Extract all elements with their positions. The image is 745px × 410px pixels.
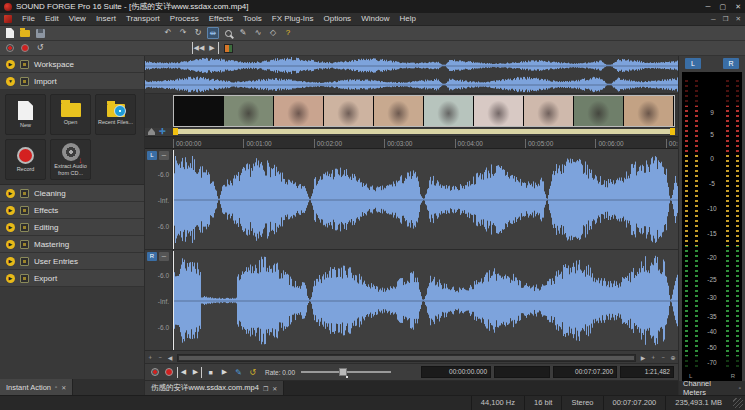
- overview-waveform-canvas[interactable]: [145, 56, 678, 94]
- minimize-channel-icon[interactable]: ─: [159, 252, 169, 261]
- sidebar-section-editing[interactable]: ▶ Editing: [0, 219, 144, 236]
- menu-item-view[interactable]: View: [64, 13, 91, 25]
- rate-slider[interactable]: [301, 367, 391, 377]
- close-icon[interactable]: ✕: [272, 385, 277, 392]
- loop-icon[interactable]: ↺: [247, 367, 258, 378]
- stop-button[interactable]: ■: [205, 367, 216, 378]
- video-frame[interactable]: [424, 96, 474, 126]
- zoom-time-out-icon[interactable]: －: [658, 353, 668, 363]
- maximize-icon[interactable]: ▢: [720, 3, 727, 11]
- selection-time-field[interactable]: [494, 366, 550, 378]
- menu-item-process[interactable]: Process: [165, 13, 204, 25]
- channel-meters-tab[interactable]: Channel Meters ▫: [679, 381, 745, 395]
- meter-l-button[interactable]: L: [685, 58, 701, 69]
- video-frame[interactable]: [474, 96, 524, 126]
- sidebar-section-user-entries[interactable]: ▶ User Entries: [0, 253, 144, 270]
- sample-count-field[interactable]: 1:21,482: [620, 366, 674, 378]
- meter-r-button[interactable]: R: [723, 58, 739, 69]
- minimize-icon[interactable]: ─: [706, 3, 711, 11]
- video-frame[interactable]: [574, 96, 624, 126]
- import-open-button[interactable]: Open: [50, 94, 91, 135]
- lock-icon[interactable]: [148, 128, 155, 135]
- scroll-left-icon[interactable]: ◀: [165, 353, 175, 363]
- extract-audio-cd-button[interactable]: Extract Audio from CD...: [50, 139, 91, 180]
- go-to-end-button[interactable]: ▶: [207, 42, 219, 54]
- scrollbar-track[interactable]: [177, 354, 636, 362]
- import-record-button[interactable]: Record: [5, 139, 46, 180]
- repeat-button[interactable]: ↻: [192, 27, 204, 39]
- envelope-tool-button[interactable]: ∿: [252, 27, 264, 39]
- open-button[interactable]: [19, 27, 31, 39]
- undo-button[interactable]: ↶: [162, 27, 174, 39]
- go-to-start-button[interactable]: ◀◀: [192, 42, 204, 54]
- channel-r-button[interactable]: R: [147, 252, 157, 261]
- menu-item-effects[interactable]: Effects: [204, 13, 238, 25]
- cursor-time-field[interactable]: 00:00:00.000: [421, 366, 491, 378]
- import-recent-files-button[interactable]: Recent Files...: [95, 94, 136, 135]
- record-remote-button[interactable]: [149, 367, 160, 378]
- video-frame[interactable]: [324, 96, 374, 126]
- scroll-right-icon[interactable]: ▶: [638, 353, 648, 363]
- record-button[interactable]: [163, 367, 174, 378]
- import-new-button[interactable]: New: [5, 94, 46, 135]
- edit-tool-button[interactable]: ⇹: [207, 27, 219, 39]
- loop-playback-button[interactable]: ↺: [34, 42, 46, 54]
- video-frame[interactable]: [374, 96, 424, 126]
- left-waveform-canvas[interactable]: [173, 150, 678, 249]
- rate-slider-handle[interactable]: [339, 368, 347, 376]
- video-frame[interactable]: [524, 96, 574, 126]
- minimize-channel-icon[interactable]: ─: [159, 151, 169, 160]
- menu-item-fx-plug-ins[interactable]: FX Plug-Ins: [267, 13, 319, 25]
- menu-item-window[interactable]: Window: [356, 13, 394, 25]
- magnify-tool-button[interactable]: [222, 27, 234, 39]
- whats-this-button[interactable]: ?: [282, 27, 294, 39]
- video-frame[interactable]: [274, 96, 324, 126]
- video-frame[interactable]: [624, 96, 674, 126]
- mixer-button[interactable]: [222, 42, 234, 54]
- restore-icon[interactable]: ❐: [263, 385, 268, 392]
- right-waveform-canvas[interactable]: [173, 251, 678, 350]
- menu-item-insert[interactable]: Insert: [91, 13, 121, 25]
- float-panel-icon[interactable]: ▫: [739, 385, 741, 391]
- menu-item-tools[interactable]: Tools: [238, 13, 267, 25]
- play-button[interactable]: ▶: [219, 367, 230, 378]
- menu-item-edit[interactable]: Edit: [40, 13, 64, 25]
- close-icon[interactable]: ✕: [735, 3, 741, 11]
- menu-item-options[interactable]: Options: [319, 13, 357, 25]
- marker-pen-icon[interactable]: ✎: [233, 367, 244, 378]
- snap-icon[interactable]: ✛: [159, 128, 167, 136]
- meter-display[interactable]: 950-5-10-15-20-25-30-35-40-50-70 L R: [682, 72, 742, 381]
- zoom-out-icon[interactable]: ＋: [145, 353, 155, 363]
- go-to-start-button[interactable]: ◀: [177, 367, 188, 378]
- document-tab[interactable]: 伤感的安详www.ssdax.com.mp4 ❐ ✕: [145, 381, 284, 395]
- sidebar-section-workspace[interactable]: ▶ Workspace: [0, 56, 144, 73]
- video-frame[interactable]: [174, 96, 224, 126]
- zoom-in-icon[interactable]: －: [155, 353, 165, 363]
- record-button[interactable]: [19, 42, 31, 54]
- total-length-field[interactable]: 00:07:07.200: [553, 366, 617, 378]
- sidebar-section-effects[interactable]: ▶ Effects: [0, 202, 144, 219]
- video-frame[interactable]: [224, 96, 274, 126]
- doc-minimize-icon[interactable]: ─: [711, 15, 716, 23]
- menu-item-help[interactable]: Help: [395, 13, 421, 25]
- float-panel-icon[interactable]: ▫: [55, 384, 57, 390]
- doc-restore-icon[interactable]: ❐: [723, 15, 729, 23]
- audio-overview-strip[interactable]: [145, 56, 678, 94]
- sidebar-section-import[interactable]: ▼ Import: [0, 73, 144, 90]
- go-to-end-button[interactable]: ▶: [191, 367, 202, 378]
- menu-item-transport[interactable]: Transport: [121, 13, 165, 25]
- channel-l-button[interactable]: L: [147, 151, 157, 160]
- close-icon[interactable]: ✕: [61, 384, 66, 391]
- zoom-tool-icon[interactable]: ⊕: [668, 353, 678, 363]
- instant-action-tab[interactable]: Instant Action ▫ ✕: [0, 379, 73, 395]
- sidebar-section-mastering[interactable]: ▶ Mastering: [0, 236, 144, 253]
- new-file-button[interactable]: [4, 27, 16, 39]
- event-tool-button[interactable]: ◇: [267, 27, 279, 39]
- redo-button[interactable]: ↷: [177, 27, 189, 39]
- menu-item-file[interactable]: File: [17, 13, 40, 25]
- pencil-tool-button[interactable]: ✎: [237, 27, 249, 39]
- save-button[interactable]: [34, 27, 46, 39]
- resize-grip[interactable]: [733, 398, 743, 408]
- doc-close-icon[interactable]: ✕: [736, 15, 741, 23]
- zoom-time-in-icon[interactable]: ＋: [648, 353, 658, 363]
